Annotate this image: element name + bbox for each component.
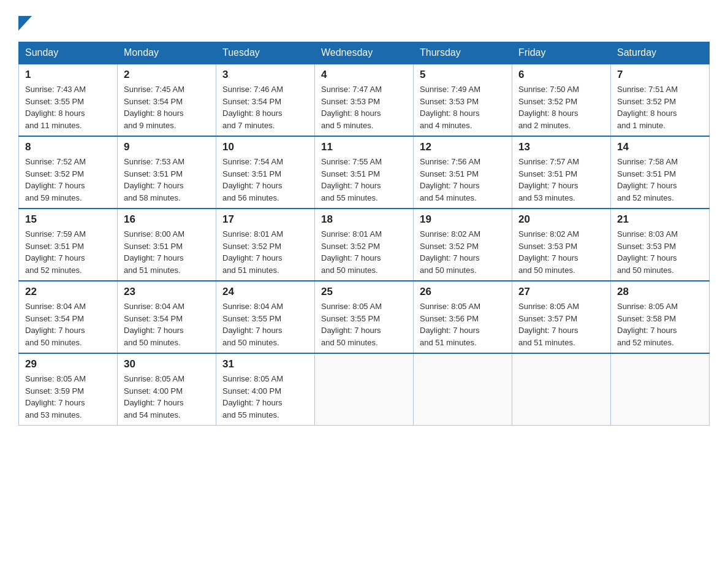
calendar-cell xyxy=(414,353,512,426)
calendar-cell: 24Sunrise: 8:04 AMSunset: 3:55 PMDayligh… xyxy=(216,281,315,353)
calendar-cell xyxy=(512,353,611,426)
day-info: Sunrise: 8:05 AMSunset: 3:56 PMDaylight:… xyxy=(420,301,506,348)
day-number: 10 xyxy=(222,141,308,153)
calendar-cell: 28Sunrise: 8:05 AMSunset: 3:58 PMDayligh… xyxy=(611,281,710,353)
calendar-cell: 10Sunrise: 7:54 AMSunset: 3:51 PMDayligh… xyxy=(216,136,315,209)
day-info: Sunrise: 8:00 AMSunset: 3:51 PMDaylight:… xyxy=(124,228,210,276)
week-row-5: 29Sunrise: 8:05 AMSunset: 3:59 PMDayligh… xyxy=(19,353,710,426)
day-info: Sunrise: 8:03 AMSunset: 3:53 PMDaylight:… xyxy=(617,228,703,276)
calendar-cell: 18Sunrise: 8:01 AMSunset: 3:52 PMDayligh… xyxy=(315,209,414,281)
day-number: 9 xyxy=(124,141,210,153)
week-row-1: 1Sunrise: 7:43 AMSunset: 3:55 PMDaylight… xyxy=(19,64,710,136)
calendar-cell: 19Sunrise: 8:02 AMSunset: 3:52 PMDayligh… xyxy=(414,209,512,281)
day-number: 11 xyxy=(321,141,407,153)
day-info: Sunrise: 7:47 AMSunset: 3:53 PMDaylight:… xyxy=(321,83,407,131)
calendar-cell: 1Sunrise: 7:43 AMSunset: 3:55 PMDaylight… xyxy=(19,64,118,136)
day-number: 26 xyxy=(420,286,506,298)
calendar-cell: 2Sunrise: 7:45 AMSunset: 3:54 PMDaylight… xyxy=(118,64,216,136)
day-number: 16 xyxy=(124,213,210,226)
calendar-table: SundayMondayTuesdayWednesdayThursdayFrid… xyxy=(18,42,710,426)
day-info: Sunrise: 8:04 AMSunset: 3:55 PMDaylight:… xyxy=(222,301,308,348)
calendar-cell: 22Sunrise: 8:04 AMSunset: 3:54 PMDayligh… xyxy=(19,281,118,353)
day-info: Sunrise: 7:51 AMSunset: 3:52 PMDaylight:… xyxy=(617,83,703,131)
day-number: 27 xyxy=(518,286,604,298)
day-info: Sunrise: 8:04 AMSunset: 3:54 PMDaylight:… xyxy=(25,301,111,348)
day-number: 5 xyxy=(420,69,506,81)
header xyxy=(18,12,710,31)
day-info: Sunrise: 8:01 AMSunset: 3:52 PMDaylight:… xyxy=(321,228,407,276)
day-number: 15 xyxy=(25,213,111,226)
day-number: 4 xyxy=(321,69,407,81)
calendar-cell: 11Sunrise: 7:55 AMSunset: 3:51 PMDayligh… xyxy=(315,136,414,209)
calendar-cell: 3Sunrise: 7:46 AMSunset: 3:54 PMDaylight… xyxy=(216,64,315,136)
day-number: 18 xyxy=(321,213,407,226)
calendar-cell: 4Sunrise: 7:47 AMSunset: 3:53 PMDaylight… xyxy=(315,64,414,136)
calendar-cell: 7Sunrise: 7:51 AMSunset: 3:52 PMDaylight… xyxy=(611,64,710,136)
calendar-cell xyxy=(315,353,414,426)
calendar-cell: 21Sunrise: 8:03 AMSunset: 3:53 PMDayligh… xyxy=(611,209,710,281)
day-number: 3 xyxy=(222,69,308,81)
weekday-header-thursday: Thursday xyxy=(414,42,512,64)
day-info: Sunrise: 8:01 AMSunset: 3:52 PMDaylight:… xyxy=(222,228,308,276)
day-number: 21 xyxy=(617,213,703,226)
weekday-header-wednesday: Wednesday xyxy=(315,42,414,64)
week-row-3: 15Sunrise: 7:59 AMSunset: 3:51 PMDayligh… xyxy=(19,209,710,281)
day-number: 17 xyxy=(222,213,308,226)
weekday-header-tuesday: Tuesday xyxy=(216,42,315,64)
day-info: Sunrise: 8:05 AMSunset: 4:00 PMDaylight:… xyxy=(124,373,210,421)
day-info: Sunrise: 8:02 AMSunset: 3:52 PMDaylight:… xyxy=(420,228,506,276)
day-info: Sunrise: 7:46 AMSunset: 3:54 PMDaylight:… xyxy=(222,83,308,131)
calendar-cell: 15Sunrise: 7:59 AMSunset: 3:51 PMDayligh… xyxy=(19,209,118,281)
calendar-cell: 27Sunrise: 8:05 AMSunset: 3:57 PMDayligh… xyxy=(512,281,611,353)
week-row-4: 22Sunrise: 8:04 AMSunset: 3:54 PMDayligh… xyxy=(19,281,710,353)
day-number: 25 xyxy=(321,286,407,298)
calendar-cell: 17Sunrise: 8:01 AMSunset: 3:52 PMDayligh… xyxy=(216,209,315,281)
day-info: Sunrise: 8:05 AMSunset: 3:58 PMDaylight:… xyxy=(617,301,703,348)
day-number: 30 xyxy=(124,358,210,370)
calendar-cell: 20Sunrise: 8:02 AMSunset: 3:53 PMDayligh… xyxy=(512,209,611,281)
day-info: Sunrise: 7:57 AMSunset: 3:51 PMDaylight:… xyxy=(518,156,604,204)
svg-marker-0 xyxy=(18,16,32,31)
day-info: Sunrise: 7:59 AMSunset: 3:51 PMDaylight:… xyxy=(25,228,111,276)
calendar-cell: 25Sunrise: 8:05 AMSunset: 3:55 PMDayligh… xyxy=(315,281,414,353)
day-info: Sunrise: 8:05 AMSunset: 4:00 PMDaylight:… xyxy=(222,373,308,421)
day-number: 31 xyxy=(222,358,308,370)
day-number: 19 xyxy=(420,213,506,226)
day-number: 8 xyxy=(25,141,111,153)
weekday-header-friday: Friday xyxy=(512,42,611,64)
calendar-cell xyxy=(611,353,710,426)
day-number: 28 xyxy=(617,286,703,298)
day-info: Sunrise: 7:53 AMSunset: 3:51 PMDaylight:… xyxy=(124,156,210,204)
day-info: Sunrise: 8:05 AMSunset: 3:57 PMDaylight:… xyxy=(518,301,604,348)
weekday-header-saturday: Saturday xyxy=(611,42,710,64)
day-info: Sunrise: 7:49 AMSunset: 3:53 PMDaylight:… xyxy=(420,83,506,131)
day-number: 12 xyxy=(420,141,506,153)
calendar-cell: 13Sunrise: 7:57 AMSunset: 3:51 PMDayligh… xyxy=(512,136,611,209)
calendar-cell: 14Sunrise: 7:58 AMSunset: 3:51 PMDayligh… xyxy=(611,136,710,209)
calendar-cell: 30Sunrise: 8:05 AMSunset: 4:00 PMDayligh… xyxy=(118,353,216,426)
day-number: 23 xyxy=(124,286,210,298)
day-number: 13 xyxy=(518,141,604,153)
day-info: Sunrise: 7:58 AMSunset: 3:51 PMDaylight:… xyxy=(617,156,703,204)
day-number: 24 xyxy=(222,286,308,298)
calendar-body: 1Sunrise: 7:43 AMSunset: 3:55 PMDaylight… xyxy=(19,64,710,426)
day-info: Sunrise: 7:43 AMSunset: 3:55 PMDaylight:… xyxy=(25,83,111,131)
day-number: 6 xyxy=(518,69,604,81)
calendar-cell: 31Sunrise: 8:05 AMSunset: 4:00 PMDayligh… xyxy=(216,353,315,426)
week-row-2: 8Sunrise: 7:52 AMSunset: 3:52 PMDaylight… xyxy=(19,136,710,209)
logo xyxy=(18,16,32,31)
calendar-cell: 23Sunrise: 8:04 AMSunset: 3:54 PMDayligh… xyxy=(118,281,216,353)
calendar-cell: 8Sunrise: 7:52 AMSunset: 3:52 PMDaylight… xyxy=(19,136,118,209)
calendar-cell: 29Sunrise: 8:05 AMSunset: 3:59 PMDayligh… xyxy=(19,353,118,426)
day-info: Sunrise: 7:56 AMSunset: 3:51 PMDaylight:… xyxy=(420,156,506,204)
day-number: 2 xyxy=(124,69,210,81)
logo-triangle-icon xyxy=(18,16,32,31)
day-number: 20 xyxy=(518,213,604,226)
day-info: Sunrise: 7:54 AMSunset: 3:51 PMDaylight:… xyxy=(222,156,308,204)
calendar-cell: 9Sunrise: 7:53 AMSunset: 3:51 PMDaylight… xyxy=(118,136,216,209)
day-info: Sunrise: 7:52 AMSunset: 3:52 PMDaylight:… xyxy=(25,156,111,204)
day-number: 14 xyxy=(617,141,703,153)
calendar-cell: 26Sunrise: 8:05 AMSunset: 3:56 PMDayligh… xyxy=(414,281,512,353)
calendar-cell: 16Sunrise: 8:00 AMSunset: 3:51 PMDayligh… xyxy=(118,209,216,281)
day-number: 22 xyxy=(25,286,111,298)
